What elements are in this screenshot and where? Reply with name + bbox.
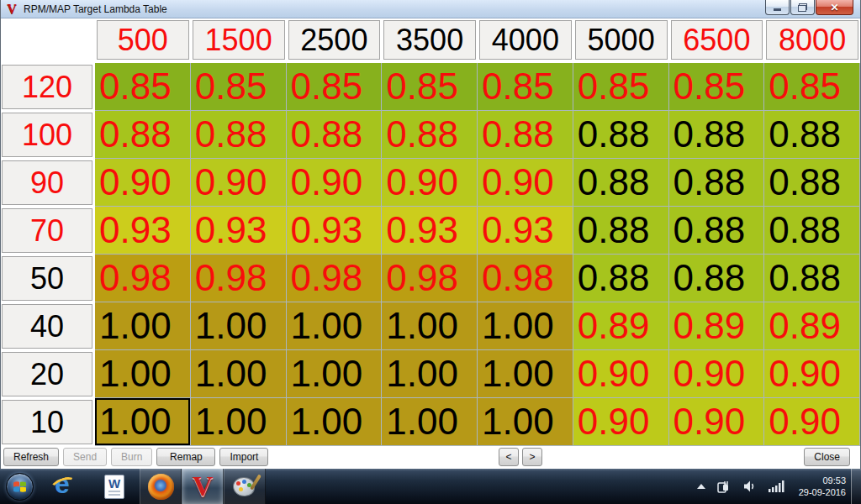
lambda-cell-map90-rpm6500[interactable]: 0.88 (669, 159, 765, 207)
lambda-cell-map10-rpm2500[interactable]: 1.00 (287, 398, 383, 446)
lambda-cell-map90-rpm8000[interactable]: 0.88 (764, 159, 860, 207)
lambda-cell-map100-rpm2500[interactable]: 0.88 (287, 111, 383, 159)
lambda-cell-map100-rpm5000[interactable]: 0.88 (573, 111, 669, 159)
lambda-cell-map90-rpm5000[interactable]: 0.88 (573, 159, 669, 207)
lambda-cell-map50-rpm3500[interactable]: 0.98 (382, 255, 478, 302)
rpm-column-header-500[interactable]: 500 (95, 18, 191, 63)
lambda-cell-map20-rpm4000[interactable]: 1.00 (478, 350, 573, 398)
speaker-icon[interactable] (742, 480, 758, 493)
lambda-cell-map40-rpm3500[interactable]: 1.00 (382, 302, 478, 350)
lambda-cell-map40-rpm4000[interactable]: 1.00 (478, 302, 573, 350)
taskbar-item-paint[interactable] (224, 469, 266, 504)
lambda-cell-map100-rpm6500[interactable]: 0.88 (669, 111, 765, 159)
lambda-cell-map120-rpm8000[interactable]: 0.85 (764, 63, 860, 111)
lambda-cell-map70-rpm5000[interactable]: 0.88 (573, 207, 669, 255)
lambda-cell-map120-rpm1500[interactable]: 0.85 (191, 63, 287, 111)
map-row-header-20[interactable]: 20 (1, 350, 95, 398)
lambda-cell-map70-rpm500[interactable]: 0.93 (95, 207, 191, 255)
lambda-cell-map90-rpm2500[interactable]: 0.90 (287, 159, 383, 207)
lambda-cell-map50-rpm2500[interactable]: 0.98 (287, 255, 383, 302)
prev-table-button[interactable]: < (499, 448, 519, 466)
rpm-column-header-4000[interactable]: 4000 (478, 18, 573, 63)
rpm-column-header-6500[interactable]: 6500 (669, 18, 765, 63)
refresh-button[interactable]: Refresh (3, 448, 59, 466)
lambda-cell-map50-rpm500[interactable]: 0.98 (95, 255, 191, 302)
send-button[interactable]: Send (63, 448, 107, 466)
rpm-column-header-5000[interactable]: 5000 (573, 18, 669, 63)
lambda-cell-map20-rpm2500[interactable]: 1.00 (287, 350, 383, 398)
lambda-cell-map50-rpm6500[interactable]: 0.88 (669, 255, 765, 302)
next-table-button[interactable]: > (522, 448, 542, 466)
map-row-header-40[interactable]: 40 (1, 302, 95, 350)
lambda-cell-map10-rpm3500[interactable]: 1.00 (382, 398, 478, 446)
lambda-cell-map10-rpm5000[interactable]: 0.90 (573, 398, 669, 446)
rpm-column-header-3500[interactable]: 3500 (382, 18, 478, 63)
lambda-cell-map120-rpm4000[interactable]: 0.85 (478, 63, 573, 111)
lambda-cell-map20-rpm500[interactable]: 1.00 (95, 350, 191, 398)
rpm-column-header-1500[interactable]: 1500 (191, 18, 287, 63)
lambda-cell-map20-rpm5000[interactable]: 0.90 (573, 350, 669, 398)
lambda-cell-map40-rpm1500[interactable]: 1.00 (191, 302, 287, 350)
lambda-cell-map90-rpm500[interactable]: 0.90 (95, 159, 191, 207)
remap-button[interactable]: Remap (156, 448, 215, 466)
lambda-cell-map120-rpm500[interactable]: 0.85 (95, 63, 191, 111)
titlebar[interactable]: V RPM/MAP Target Lambda Table ✕ (1, 0, 860, 18)
start-button[interactable] (0, 469, 39, 504)
lambda-cell-map120-rpm3500[interactable]: 0.85 (382, 63, 478, 111)
lambda-cell-map20-rpm6500[interactable]: 0.90 (669, 350, 765, 398)
lambda-cell-map100-rpm500[interactable]: 0.88 (95, 111, 191, 159)
lambda-cell-map90-rpm1500[interactable]: 0.90 (191, 159, 287, 207)
lambda-cell-map70-rpm2500[interactable]: 0.93 (287, 207, 383, 255)
taskbar-clock[interactable]: 09:53 29-09-2016 (795, 475, 846, 498)
taskbar-item-internet-explorer[interactable]: e (39, 469, 89, 504)
lambda-cell-map120-rpm2500[interactable]: 0.85 (287, 63, 383, 111)
map-row-header-10[interactable]: 10 (1, 398, 95, 446)
show-desktop-button[interactable] (851, 469, 861, 504)
lambda-cell-map100-rpm4000[interactable]: 0.88 (478, 111, 573, 159)
burn-button[interactable]: Burn (111, 448, 152, 466)
lambda-cell-map10-rpm1500[interactable]: 1.00 (191, 398, 287, 446)
lambda-cell-map100-rpm8000[interactable]: 0.88 (764, 111, 860, 159)
taskbar-item-vems[interactable]: V (182, 469, 224, 504)
lambda-cell-map70-rpm8000[interactable]: 0.88 (764, 207, 860, 255)
lambda-cell-map20-rpm8000[interactable]: 0.90 (764, 350, 860, 398)
import-button[interactable]: Import (219, 448, 268, 466)
lambda-cell-map20-rpm1500[interactable]: 1.00 (191, 350, 287, 398)
lambda-cell-map70-rpm1500[interactable]: 0.93 (191, 207, 287, 255)
lambda-cell-map40-rpm8000[interactable]: 0.89 (764, 302, 860, 350)
lambda-cell-map70-rpm4000[interactable]: 0.93 (478, 207, 573, 255)
map-row-header-100[interactable]: 100 (1, 111, 95, 159)
close-window-button[interactable]: ✕ (816, 0, 853, 15)
taskbar-item-firefox[interactable] (140, 469, 182, 504)
rpm-column-header-2500[interactable]: 2500 (287, 18, 383, 63)
close-button[interactable]: Close (804, 448, 850, 466)
lambda-cell-map10-rpm8000[interactable]: 0.90 (764, 398, 860, 446)
lambda-cell-map90-rpm4000[interactable]: 0.90 (478, 159, 573, 207)
hidden-icons-arrow-icon[interactable] (697, 484, 705, 489)
lambda-cell-map120-rpm6500[interactable]: 0.85 (669, 63, 765, 111)
lambda-cell-map100-rpm1500[interactable]: 0.88 (191, 111, 287, 159)
lambda-cell-map40-rpm500[interactable]: 1.00 (95, 302, 191, 350)
lambda-cell-map40-rpm2500[interactable]: 1.00 (287, 302, 383, 350)
lambda-cell-map50-rpm5000[interactable]: 0.88 (573, 255, 669, 302)
lambda-cell-map10-rpm6500[interactable]: 0.90 (669, 398, 765, 446)
lambda-cell-map50-rpm4000[interactable]: 0.98 (478, 255, 573, 302)
map-row-header-90[interactable]: 90 (1, 159, 95, 207)
lambda-cell-map50-rpm8000[interactable]: 0.88 (764, 255, 860, 302)
lambda-cell-map120-rpm5000[interactable]: 0.85 (573, 63, 669, 111)
lambda-cell-map40-rpm5000[interactable]: 0.89 (573, 302, 669, 350)
map-row-header-50[interactable]: 50 (1, 255, 95, 302)
lambda-cell-map10-rpm500[interactable]: 1.00 (95, 398, 191, 446)
minimize-button[interactable] (765, 0, 790, 15)
power-plug-icon[interactable] (716, 479, 732, 494)
lambda-cell-map50-rpm1500[interactable]: 0.98 (191, 255, 287, 302)
map-row-header-120[interactable]: 120 (1, 63, 95, 111)
lambda-cell-map100-rpm3500[interactable]: 0.88 (382, 111, 478, 159)
network-signal-icon[interactable] (769, 480, 784, 492)
map-row-header-70[interactable]: 70 (1, 207, 95, 255)
lambda-cell-map20-rpm3500[interactable]: 1.00 (382, 350, 478, 398)
lambda-cell-map90-rpm3500[interactable]: 0.90 (382, 159, 478, 207)
restore-button[interactable] (790, 0, 815, 15)
taskbar-item-word[interactable]: W (89, 469, 140, 504)
lambda-cell-map70-rpm3500[interactable]: 0.93 (382, 207, 478, 255)
